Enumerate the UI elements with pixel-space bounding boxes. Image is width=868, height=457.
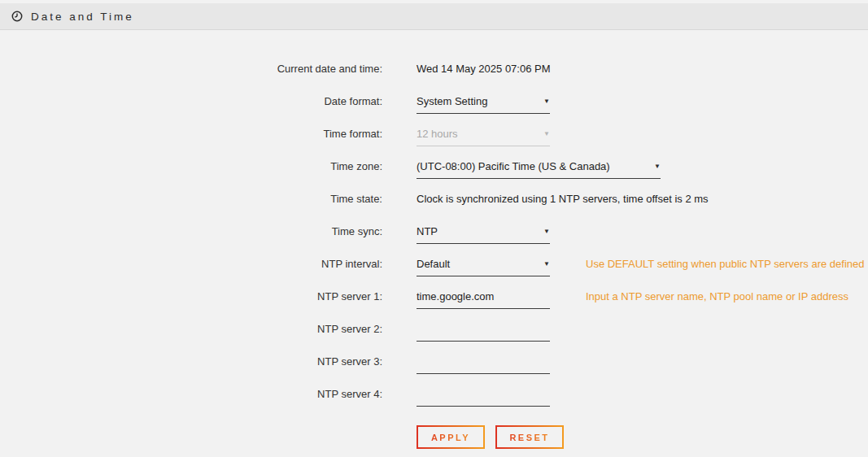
apply-button[interactable]: APPLY [417, 425, 485, 449]
row-ntp-server-2: NTP server 2: [0, 313, 868, 346]
time-format-selected-value: 12 hours [417, 128, 458, 140]
ntp-server-2-label: NTP server 2: [0, 313, 382, 335]
clock-icon [11, 11, 23, 22]
ntp-server-1-hint: Input a NTP server name, NTP pool name o… [586, 290, 848, 302]
row-current-date-time: Current date and time: Wed 14 May 2025 0… [0, 53, 868, 85]
ntp-server-3-input[interactable] [417, 355, 550, 374]
caret-down-icon: ▼ [543, 95, 550, 105]
ntp-server-1-label: NTP server 1: [0, 281, 382, 302]
date-time-form: Current date and time: Wed 14 May 2025 0… [0, 30, 868, 449]
row-ntp-server-1: NTP server 1: Input a NTP server name, N… [0, 281, 868, 313]
reset-button[interactable]: RESET [495, 425, 564, 449]
ntp-interval-hint: Use DEFAULT setting when public NTP serv… [586, 258, 865, 270]
date-format-label: Date format: [0, 85, 382, 107]
time-zone-select[interactable]: (UTC-08:00) Pacific Time (US & Canada) ▼ [417, 160, 661, 179]
time-zone-label: Time zone: [0, 150, 382, 172]
ntp-interval-selected-value: Default [417, 258, 450, 270]
time-format-label: Time format: [0, 118, 382, 140]
form-actions: APPLY RESET [0, 425, 868, 449]
panel-header: Date and Time [0, 3, 868, 30]
time-state-value: Clock is synchronized using 1 NTP server… [417, 193, 709, 205]
ntp-interval-select[interactable]: Default ▼ [417, 258, 550, 276]
row-date-format: Date format: System Setting ▼ [0, 85, 868, 118]
ntp-server-4-label: NTP server 4: [0, 378, 382, 400]
ntp-interval-label: NTP interval: [0, 248, 382, 270]
ntp-server-1-input[interactable] [417, 290, 550, 309]
page-title: Date and Time [31, 11, 134, 23]
caret-down-icon: ▼ [543, 258, 550, 268]
row-ntp-server-3: NTP server 3: [0, 346, 868, 378]
time-sync-label: Time sync: [0, 215, 382, 237]
row-ntp-interval: NTP interval: Default ▼ Use DEFAULT sett… [0, 248, 868, 281]
current-date-time-label: Current date and time: [0, 53, 382, 75]
time-state-label: Time state: [0, 183, 382, 205]
ntp-server-3-label: NTP server 3: [0, 346, 382, 368]
row-time-sync: Time sync: NTP ▼ [0, 215, 868, 248]
current-date-time-value: Wed 14 May 2025 07:06 PM [417, 63, 551, 75]
time-format-select: 12 hours ▼ [417, 128, 550, 146]
row-ntp-server-4: NTP server 4: [0, 378, 868, 411]
date-format-selected-value: System Setting [417, 95, 487, 107]
caret-down-icon: ▼ [543, 128, 550, 137]
ntp-server-2-input[interactable] [417, 323, 550, 342]
ntp-server-4-input[interactable] [417, 388, 550, 407]
row-time-format: Time format: 12 hours ▼ [0, 118, 868, 150]
time-zone-selected-value: (UTC-08:00) Pacific Time (US & Canada) [417, 160, 610, 172]
time-sync-selected-value: NTP [417, 225, 438, 237]
caret-down-icon: ▼ [543, 225, 550, 235]
caret-down-icon: ▼ [654, 160, 661, 170]
row-time-state: Time state: Clock is synchronized using … [0, 183, 868, 215]
time-sync-select[interactable]: NTP ▼ [417, 225, 550, 244]
date-format-select[interactable]: System Setting ▼ [417, 95, 550, 114]
row-time-zone: Time zone: (UTC-08:00) Pacific Time (US … [0, 150, 868, 183]
